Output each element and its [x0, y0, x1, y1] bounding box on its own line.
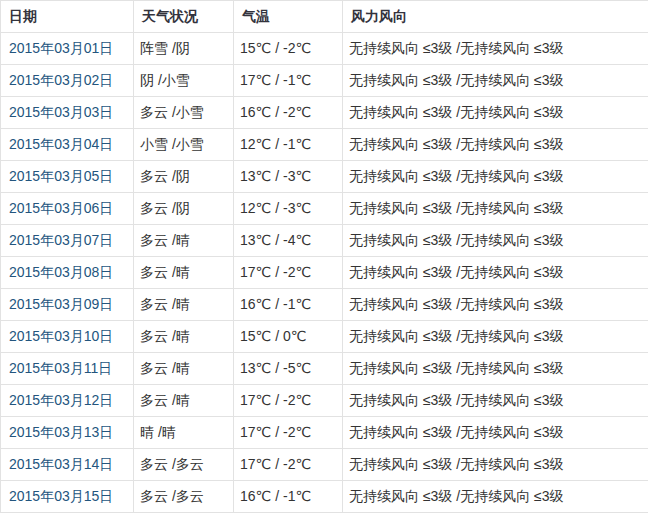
wind-cell: 无持续风向 ≤3级 /无持续风向 ≤3级: [343, 129, 648, 161]
wind-cell: 无持续风向 ≤3级 /无持续风向 ≤3级: [343, 321, 648, 353]
weather-cell: 多云 /晴: [134, 289, 234, 321]
weather-history-page: 日期 天气状况 气温 风力风向 2015年03月01日阵雪 /阴15℃ / -2…: [0, 0, 648, 513]
date-link[interactable]: 2015年03月10日: [9, 328, 113, 344]
date-link[interactable]: 2015年03月09日: [9, 296, 113, 312]
weather-cell: 多云 /晴: [134, 225, 234, 257]
weather-cell: 多云 /多云: [134, 481, 234, 513]
weather-cell: 多云 /阴: [134, 161, 234, 193]
wind-cell: 无持续风向 ≤3级 /无持续风向 ≤3级: [343, 385, 648, 417]
temp-cell: 16℃ / -2℃: [234, 97, 343, 129]
temp-cell: 17℃ / -2℃: [234, 385, 343, 417]
date-cell: 2015年03月10日: [1, 321, 134, 353]
temp-cell: 16℃ / -1℃: [234, 481, 343, 513]
date-cell: 2015年03月12日: [1, 385, 134, 417]
date-link[interactable]: 2015年03月07日: [9, 232, 113, 248]
temp-cell: 12℃ / -1℃: [234, 129, 343, 161]
table-row: 2015年03月08日多云 /晴17℃ / -2℃无持续风向 ≤3级 /无持续风…: [1, 257, 648, 289]
date-cell: 2015年03月04日: [1, 129, 134, 161]
column-header-temp: 气温: [234, 1, 343, 33]
wind-cell: 无持续风向 ≤3级 /无持续风向 ≤3级: [343, 161, 648, 193]
date-cell: 2015年03月07日: [1, 225, 134, 257]
table-row: 2015年03月10日多云 /晴15℃ / 0℃无持续风向 ≤3级 /无持续风向…: [1, 321, 648, 353]
table-row: 2015年03月02日阴 /小雪17℃ / -1℃无持续风向 ≤3级 /无持续风…: [1, 65, 648, 97]
wind-cell: 无持续风向 ≤3级 /无持续风向 ≤3级: [343, 353, 648, 385]
wind-cell: 无持续风向 ≤3级 /无持续风向 ≤3级: [343, 289, 648, 321]
date-link[interactable]: 2015年03月03日: [9, 104, 113, 120]
weather-cell: 多云 /多云: [134, 449, 234, 481]
weather-cell: 多云 /阴: [134, 193, 234, 225]
weather-cell: 多云 /晴: [134, 321, 234, 353]
date-cell: 2015年03月05日: [1, 161, 134, 193]
weather-history-table: 日期 天气状况 气温 风力风向 2015年03月01日阵雪 /阴15℃ / -2…: [0, 0, 648, 513]
date-cell: 2015年03月08日: [1, 257, 134, 289]
weather-cell: 阴 /小雪: [134, 65, 234, 97]
table-row: 2015年03月06日多云 /阴12℃ / -3℃无持续风向 ≤3级 /无持续风…: [1, 193, 648, 225]
table-row: 2015年03月13日晴 /晴17℃ / -2℃无持续风向 ≤3级 /无持续风向…: [1, 417, 648, 449]
wind-cell: 无持续风向 ≤3级 /无持续风向 ≤3级: [343, 481, 648, 513]
column-header-date: 日期: [1, 1, 134, 33]
weather-cell: 多云 /晴: [134, 257, 234, 289]
table-row: 2015年03月01日阵雪 /阴15℃ / -2℃无持续风向 ≤3级 /无持续风…: [1, 33, 648, 65]
weather-cell: 多云 /小雪: [134, 97, 234, 129]
wind-cell: 无持续风向 ≤3级 /无持续风向 ≤3级: [343, 449, 648, 481]
date-cell: 2015年03月03日: [1, 97, 134, 129]
table-row: 2015年03月09日多云 /晴16℃ / -1℃无持续风向 ≤3级 /无持续风…: [1, 289, 648, 321]
temp-cell: 17℃ / -2℃: [234, 449, 343, 481]
date-cell: 2015年03月06日: [1, 193, 134, 225]
date-link[interactable]: 2015年03月02日: [9, 72, 113, 88]
table-row: 2015年03月11日多云 /晴13℃ / -5℃无持续风向 ≤3级 /无持续风…: [1, 353, 648, 385]
temp-cell: 16℃ / -1℃: [234, 289, 343, 321]
wind-cell: 无持续风向 ≤3级 /无持续风向 ≤3级: [343, 97, 648, 129]
table-row: 2015年03月12日多云 /晴17℃ / -2℃无持续风向 ≤3级 /无持续风…: [1, 385, 648, 417]
temp-cell: 13℃ / -5℃: [234, 353, 343, 385]
temp-cell: 15℃ / -2℃: [234, 33, 343, 65]
weather-cell: 阵雪 /阴: [134, 33, 234, 65]
wind-cell: 无持续风向 ≤3级 /无持续风向 ≤3级: [343, 193, 648, 225]
date-cell: 2015年03月13日: [1, 417, 134, 449]
date-link[interactable]: 2015年03月12日: [9, 392, 113, 408]
header-row: 日期 天气状况 气温 风力风向: [1, 1, 648, 33]
table-row: 2015年03月04日小雪 /小雪12℃ / -1℃无持续风向 ≤3级 /无持续…: [1, 129, 648, 161]
temp-cell: 17℃ / -2℃: [234, 417, 343, 449]
temp-cell: 13℃ / -3℃: [234, 161, 343, 193]
temp-cell: 12℃ / -3℃: [234, 193, 343, 225]
date-link[interactable]: 2015年03月05日: [9, 168, 113, 184]
date-link[interactable]: 2015年03月01日: [9, 40, 113, 56]
date-cell: 2015年03月02日: [1, 65, 134, 97]
table-row: 2015年03月15日多云 /多云16℃ / -1℃无持续风向 ≤3级 /无持续…: [1, 481, 648, 513]
date-link[interactable]: 2015年03月13日: [9, 424, 113, 440]
date-link[interactable]: 2015年03月11日: [9, 360, 112, 376]
wind-cell: 无持续风向 ≤3级 /无持续风向 ≤3级: [343, 33, 648, 65]
date-link[interactable]: 2015年03月14日: [9, 456, 113, 472]
wind-cell: 无持续风向 ≤3级 /无持续风向 ≤3级: [343, 225, 648, 257]
date-link[interactable]: 2015年03月08日: [9, 264, 113, 280]
table-header: 日期 天气状况 气温 风力风向: [1, 1, 648, 33]
weather-cell: 多云 /晴: [134, 385, 234, 417]
weather-cell: 多云 /晴: [134, 353, 234, 385]
date-cell: 2015年03月11日: [1, 353, 134, 385]
temp-cell: 17℃ / -1℃: [234, 65, 343, 97]
column-header-wind: 风力风向: [343, 1, 648, 33]
date-link[interactable]: 2015年03月04日: [9, 136, 113, 152]
temp-cell: 15℃ / 0℃: [234, 321, 343, 353]
wind-cell: 无持续风向 ≤3级 /无持续风向 ≤3级: [343, 417, 648, 449]
weather-cell: 晴 /晴: [134, 417, 234, 449]
temp-cell: 17℃ / -2℃: [234, 257, 343, 289]
column-header-weather: 天气状况: [134, 1, 234, 33]
wind-cell: 无持续风向 ≤3级 /无持续风向 ≤3级: [343, 65, 648, 97]
table-body: 2015年03月01日阵雪 /阴15℃ / -2℃无持续风向 ≤3级 /无持续风…: [1, 33, 648, 513]
table-row: 2015年03月07日多云 /晴13℃ / -4℃无持续风向 ≤3级 /无持续风…: [1, 225, 648, 257]
date-cell: 2015年03月14日: [1, 449, 134, 481]
weather-cell: 小雪 /小雪: [134, 129, 234, 161]
wind-cell: 无持续风向 ≤3级 /无持续风向 ≤3级: [343, 257, 648, 289]
date-cell: 2015年03月09日: [1, 289, 134, 321]
date-cell: 2015年03月15日: [1, 481, 134, 513]
date-link[interactable]: 2015年03月15日: [9, 488, 113, 504]
temp-cell: 13℃ / -4℃: [234, 225, 343, 257]
table-row: 2015年03月14日多云 /多云17℃ / -2℃无持续风向 ≤3级 /无持续…: [1, 449, 648, 481]
table-row: 2015年03月05日多云 /阴13℃ / -3℃无持续风向 ≤3级 /无持续风…: [1, 161, 648, 193]
date-link[interactable]: 2015年03月06日: [9, 200, 113, 216]
date-cell: 2015年03月01日: [1, 33, 134, 65]
table-row: 2015年03月03日多云 /小雪16℃ / -2℃无持续风向 ≤3级 /无持续…: [1, 97, 648, 129]
